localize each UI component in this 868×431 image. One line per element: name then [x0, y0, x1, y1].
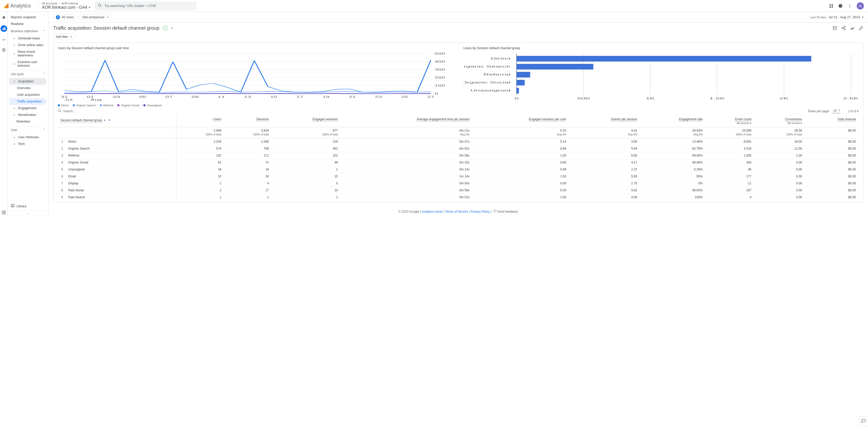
nav-examine-behavior[interactable]: ▸Examine user behavior — [9, 59, 46, 69]
nav-generate-leads[interactable]: ▸Generate leads — [9, 35, 46, 42]
table-row[interactable]: 3Referral1021711020m 56s1.008.8059.65%1,… — [58, 152, 859, 159]
nav-raise-brand[interactable]: ▸Raise brand awareness — [9, 49, 46, 59]
line-chart-legend: DirectOrganic SearchReferralOrganic Soci… — [58, 104, 453, 107]
table-row[interactable]: 8Paid Social217100m 59s5.009.8258.82%167… — [58, 187, 859, 194]
collapse-sidebar-button[interactable]: ‹ — [8, 211, 48, 217]
data-table: Session default channel group▾＋↓ UsersSe… — [58, 115, 859, 201]
nav-monetization[interactable]: ▸Monetization — [9, 112, 46, 118]
svg-line-79 — [60, 111, 61, 112]
table-row[interactable]: 5Unassigned181910m 14s0.062.375.26%450.0… — [58, 166, 859, 173]
advertising-icon[interactable] — [1, 48, 6, 53]
insights-icon[interactable] — [850, 26, 855, 30]
share-icon[interactable] — [841, 26, 846, 30]
footer-link-tos[interactable]: Terms of Service — [445, 210, 468, 213]
svg-text:Aug: Aug — [90, 98, 102, 101]
nav-retention[interactable]: Retention — [9, 118, 46, 125]
chevron-down-icon: ▾ — [862, 16, 863, 19]
svg-text:200: 200 — [435, 76, 445, 79]
home-icon[interactable] — [1, 15, 6, 20]
search-icon — [58, 109, 62, 113]
search-input[interactable] — [104, 4, 193, 8]
nav-section-life-cycle[interactable]: Life cycle ⌃ — [9, 70, 46, 78]
svg-text:Unassigned: Unassigned — [470, 89, 510, 92]
nav-library[interactable]: Library — [9, 203, 28, 210]
nav-reports-snapshot[interactable]: Reports snapshot — [9, 14, 46, 21]
copyright: © 2023 Google — [399, 210, 419, 213]
rows-per-page-select[interactable]: 10 ▾ — [832, 109, 840, 113]
section-label: User — [11, 128, 17, 132]
table-search-input[interactable] — [63, 110, 805, 113]
table-row[interactable]: 7Display2400m 00s0.002.750%110.00$0.00 — [58, 180, 859, 187]
reports-icon[interactable] — [1, 25, 7, 32]
nav-realtime[interactable]: Realtime — [9, 21, 46, 27]
svg-rect-18 — [12, 204, 14, 206]
nav-section-business-objectives[interactable]: Business objectives ⌃ — [9, 27, 46, 35]
add-dimension-button[interactable]: ＋ — [107, 117, 112, 123]
date-range-picker[interactable]: Last 28 days Jul 31 - Aug 27, 2023 ▾ — [810, 15, 863, 19]
explore-icon[interactable] — [1, 37, 6, 42]
svg-text:300: 300 — [435, 68, 445, 71]
label: Add comparison — [82, 16, 104, 19]
nav-section-user[interactable]: User ⌃ — [9, 126, 46, 134]
more-vert-icon[interactable] — [847, 4, 852, 8]
footer-link-privacy[interactable]: Privacy Policy — [470, 210, 490, 213]
table-row[interactable]: 9Paid Search1110m 01s1.004.00100%40.00$0… — [58, 194, 859, 201]
avatar[interactable]: A — [857, 2, 864, 9]
analytics-logo-icon — [4, 4, 9, 8]
bar-chart-title: Users by Session default channel group — [463, 47, 859, 50]
nav-traffic-acquisition[interactable]: Traffic acquisition — [9, 98, 46, 105]
chevron-up-icon: ⌃ — [42, 72, 45, 76]
badge-icon: A — [56, 15, 60, 19]
table-row[interactable]: 1Direct2,2042,3483160m 07s0.143.6513.46%… — [58, 138, 859, 145]
svg-text:15: 15 — [270, 95, 277, 98]
triangle-icon: ▸ — [14, 114, 17, 116]
edit-icon[interactable] — [859, 26, 863, 30]
nav-drive-online-sales[interactable]: ▸Drive online sales — [9, 42, 46, 49]
search-box[interactable] — [95, 2, 196, 10]
nav-tech[interactable]: ▸Tech — [9, 141, 46, 147]
svg-text:1.5K: 1.5K — [709, 97, 725, 100]
nav-user-attributes[interactable]: ▸User Attributes — [9, 134, 46, 141]
svg-rect-19 — [833, 27, 836, 30]
label: Acquisition — [18, 80, 33, 83]
footer-link-home[interactable]: Analytics home — [422, 210, 442, 213]
nav-acquisition[interactable]: ▾Acquisition — [9, 78, 46, 85]
rows-per-page-label: Rows per page: — [808, 110, 830, 113]
triangle-icon: ▸ — [14, 143, 17, 145]
date-range-label: Last 28 days — [810, 16, 826, 19]
add-filter-button[interactable]: Add filter ＋ — [53, 33, 75, 40]
footer: © 2023 Google | Analytics home | Terms o… — [49, 207, 868, 218]
svg-text:01: 01 — [87, 95, 94, 98]
table-row[interactable]: 6Email1030151m 14s1.505.9050%1770.00$0.0… — [58, 173, 859, 180]
footer-link-feedback[interactable]: Send feedback — [497, 210, 518, 213]
chevron-down-icon[interactable]: ▾ — [171, 27, 173, 30]
triangle-icon: ▾ — [14, 80, 17, 83]
account-switcher[interactable]: All accounts › AOR Internal AOR thinkaor… — [42, 2, 90, 10]
label: Engagement — [18, 106, 36, 110]
table-row[interactable]: 2Organic Search5747664810m 52s0.845.6462… — [58, 145, 859, 152]
svg-point-8 — [849, 4, 850, 5]
svg-text:31: 31 — [61, 95, 68, 98]
apps-icon[interactable] — [829, 4, 834, 8]
comparison-all-users[interactable]: A All Users — [53, 14, 77, 20]
svg-text:2.5K: 2.5K — [843, 97, 859, 100]
table-row[interactable]: 4Organic Social6172490m 32s0.804.1768.06… — [58, 159, 859, 166]
line-chart: 0100200300400500310103050709111315171921… — [58, 53, 453, 101]
search-icon — [98, 3, 102, 8]
section-label: Life cycle — [11, 72, 24, 76]
svg-text:Organic Search: Organic Search — [463, 65, 510, 68]
nav-user-acquisition[interactable]: User acquisition — [9, 91, 46, 98]
add-comparison-button[interactable]: Add comparison ＋ — [79, 14, 112, 20]
verified-icon: ✓ — [163, 26, 167, 30]
chevron-down-icon: ▾ — [89, 6, 90, 9]
svg-point-9 — [849, 5, 850, 6]
svg-point-21 — [844, 26, 845, 28]
label: Raise brand awareness — [18, 50, 45, 57]
nav-engagement[interactable]: ▸Engagement — [9, 105, 46, 112]
svg-line-25 — [843, 28, 844, 29]
customize-icon[interactable] — [833, 26, 837, 30]
triangle-icon: ▸ — [14, 37, 17, 40]
nav-overview[interactable]: Overview — [9, 85, 46, 91]
settings-icon[interactable] — [1, 210, 6, 215]
help-icon[interactable]: ? — [838, 4, 843, 8]
